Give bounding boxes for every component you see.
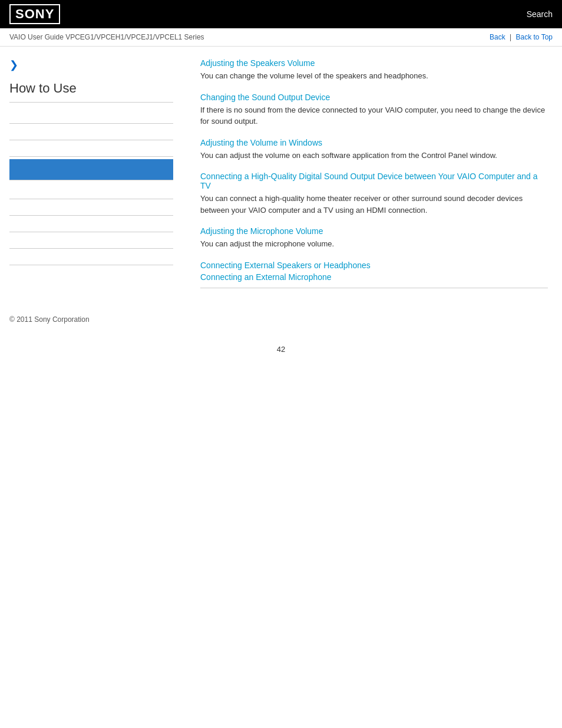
sony-logo: SONY (9, 4, 60, 24)
sidebar-item-3[interactable] (9, 140, 173, 157)
header: SONY Search (0, 0, 562, 28)
sidebar-divider-1 (9, 102, 173, 103)
guide-title: VAIO User Guide VPCEG1/VPCEH1/VPCEJ1/VPC… (9, 33, 204, 41)
sidebar-item-2[interactable] (9, 124, 173, 140)
footer: © 2011 Sony Corporation (0, 306, 562, 333)
link-volume-windows[interactable]: Adjusting the Volume in Windows (200, 138, 548, 147)
content-footer-divider (200, 288, 548, 288)
page-number: 42 (0, 333, 562, 365)
breadcrumb-bar: VAIO User Guide VPCEG1/VPCEH1/VPCEJ1/VPC… (0, 28, 562, 47)
link-speakers-volume[interactable]: Adjusting the Speakers Volume (200, 58, 548, 68)
sidebar-title: How to Use (9, 81, 173, 96)
breadcrumb-separator: | (510, 33, 513, 41)
content-area: Adjusting the Speakers Volume You can ch… (183, 47, 562, 306)
text-microphone-volume: You can adjust the microphone volume. (200, 238, 548, 250)
search-button[interactable]: Search (527, 9, 553, 19)
link-digital-sound[interactable]: Connecting a High-Quality Digital Sound … (200, 172, 548, 190)
back-link[interactable]: Back (490, 33, 505, 41)
link-sound-output[interactable]: Changing the Sound Output Device (200, 93, 548, 102)
text-speakers-volume: You can change the volume level of the s… (200, 70, 548, 82)
link-ext-speakers[interactable]: Connecting External Speakers or Headphon… (200, 261, 548, 270)
section-speakers-volume: Adjusting the Speakers Volume You can ch… (200, 58, 548, 82)
sidebar: ❯ How to Use (0, 47, 183, 306)
sidebar-arrow: ❯ (9, 58, 173, 71)
sidebar-item-9[interactable] (9, 249, 173, 265)
copyright-text: © 2011 Sony Corporation (9, 315, 90, 324)
breadcrumb-links: Back | Back to Top (490, 33, 553, 41)
back-to-top-link[interactable]: Back to Top (516, 33, 553, 41)
section-digital-sound: Connecting a High-Quality Digital Sound … (200, 172, 548, 216)
section-microphone-volume: Adjusting the Microphone Volume You can … (200, 226, 548, 250)
text-digital-sound: You can connect a high-quality home thea… (200, 193, 548, 216)
sidebar-item-5[interactable] (9, 183, 173, 199)
text-volume-windows: You can adjust the volume on each softwa… (200, 150, 548, 162)
link-ext-microphone[interactable]: Connecting an External Microphone (200, 272, 548, 282)
main-layout: ❯ How to Use Adjusting the Speakers Volu… (0, 47, 562, 306)
sidebar-item-7[interactable] (9, 216, 173, 232)
sidebar-item-active[interactable] (9, 159, 173, 180)
sidebar-item-1[interactable] (9, 107, 173, 124)
related-links: Connecting External Speakers or Headphon… (200, 261, 548, 288)
link-microphone-volume[interactable]: Adjusting the Microphone Volume (200, 226, 548, 236)
text-sound-output: If there is no sound from the device con… (200, 104, 548, 127)
section-volume-windows: Adjusting the Volume in Windows You can … (200, 138, 548, 162)
sidebar-item-8[interactable] (9, 232, 173, 249)
section-sound-output: Changing the Sound Output Device If ther… (200, 93, 548, 127)
sidebar-item-6[interactable] (9, 199, 173, 216)
